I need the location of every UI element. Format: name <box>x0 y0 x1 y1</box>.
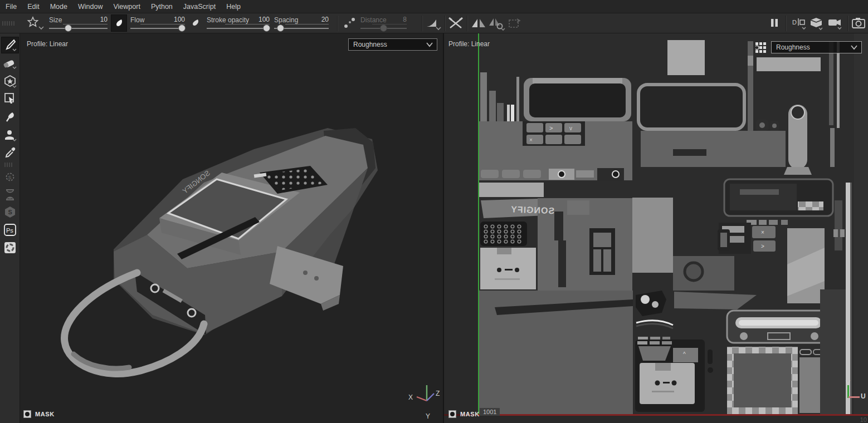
menu-window[interactable]: Window <box>78 1 103 13</box>
eraser-tool[interactable] <box>1 55 19 72</box>
size-value[interactable]: 10 <box>63 16 108 24</box>
uv-gizmo-u-axis <box>849 396 860 398</box>
3d-model-canvas[interactable]: SONGIFY <box>20 33 443 423</box>
size-label: Size <box>49 16 62 24</box>
photoshop-tool[interactable]: Ps <box>1 222 19 238</box>
right-profile-label: Profile: Linear <box>448 40 490 48</box>
flow-tip-icon[interactable] <box>191 18 201 29</box>
right-channel-value: Roughness <box>776 43 850 51</box>
menu-file[interactable]: File <box>6 1 17 13</box>
spacing-value[interactable]: 20 <box>285 16 329 24</box>
camera-view-button[interactable] <box>827 17 845 31</box>
menu-viewport[interactable]: Viewport <box>113 1 140 13</box>
right-channel-dropdown[interactable]: Roughness <box>771 41 862 53</box>
uv-hatch-caret-glyph: ^ <box>683 351 686 357</box>
distance-slider <box>360 24 407 32</box>
right-mask-tag[interactable]: MASK <box>448 410 480 418</box>
sidebar-grip <box>4 163 12 167</box>
uv-key-down-glyph: v <box>569 125 572 131</box>
left-channel-value: Roughness <box>353 41 426 48</box>
marquee-select-tool[interactable] <box>1 90 19 107</box>
projection-cube-button[interactable] <box>809 17 826 31</box>
eyedropper-tool[interactable] <box>1 144 19 161</box>
flow-slider[interactable] <box>130 24 185 32</box>
size-slider[interactable] <box>49 24 108 32</box>
svg-text:D: D <box>792 19 797 26</box>
hourglass-tool[interactable] <box>1 186 19 203</box>
brush-toolbar: Size 10 Flow 100 Stroke opacity 100 Spac… <box>0 13 868 33</box>
stroke-opacity-slider[interactable] <box>207 24 270 32</box>
3d-viewport[interactable]: Profile: Linear Roughness <box>20 33 443 423</box>
uv-btn-right-glyph: > <box>761 243 764 249</box>
menu-edit[interactable]: Edit <box>27 1 40 13</box>
u-axis-line <box>478 414 868 416</box>
uv-btn-x-glyph: × <box>761 229 764 235</box>
udim-label: 1001 <box>480 408 500 416</box>
left-mask-label: MASK <box>35 411 55 417</box>
axis-u-label: U <box>861 392 866 400</box>
axis-v-label: V <box>846 379 850 387</box>
menu-python[interactable]: Python <box>151 1 173 13</box>
mask-icon <box>448 410 456 418</box>
brush-shape-picker[interactable] <box>26 16 45 31</box>
svg-text:SONGIFY: SONGIFY <box>510 204 555 215</box>
blur-smudge-tool[interactable] <box>1 109 19 125</box>
paint-tool[interactable] <box>1 37 19 53</box>
clone-stamp-tool[interactable] <box>1 127 19 144</box>
menu-mode[interactable]: Mode <box>50 1 67 13</box>
transform-paint-button <box>507 17 521 29</box>
pause-button[interactable] <box>769 18 779 28</box>
chevron-down-icon <box>850 45 858 50</box>
left-mask-tag[interactable]: MASK <box>23 410 55 418</box>
axis-z-label: Z <box>436 390 440 397</box>
paint-through-tool[interactable] <box>1 73 19 90</box>
udim-grid-icon[interactable] <box>755 42 766 53</box>
falloff-curve-button[interactable] <box>425 17 442 31</box>
photoshop-label: Ps <box>6 227 13 234</box>
brush-tip-preview[interactable] <box>111 14 127 32</box>
display-mode-button[interactable]: D <box>791 17 808 31</box>
menu-bar: File Edit Mode Window Viewport Python Ja… <box>0 0 868 13</box>
svg-text:S: S <box>8 175 12 180</box>
mirror-settings-button[interactable] <box>488 17 507 32</box>
substance-tool[interactable]: S <box>1 204 19 220</box>
toolbar-grip[interactable] <box>2 21 14 26</box>
axis-x-label: X <box>408 394 413 401</box>
ring-tool[interactable] <box>1 239 19 256</box>
svg-text:S: S <box>8 209 12 215</box>
v-axis-line <box>478 33 479 416</box>
flow-value[interactable]: 100 <box>140 16 185 24</box>
axis-y-label: Y <box>426 412 430 420</box>
crossed-brushes-button[interactable] <box>448 17 464 29</box>
snapshot-camera-button[interactable] <box>851 17 866 30</box>
right-mask-label: MASK <box>460 411 480 417</box>
udim-partial-label: 10 <box>860 416 867 423</box>
uv-brand-text: SONGIFY <box>510 204 555 215</box>
chevron-down-icon <box>426 42 433 47</box>
left-channel-dropdown[interactable]: Roughness <box>348 38 437 51</box>
device-model: SONGIFY <box>65 128 378 373</box>
mask-icon <box>23 410 31 418</box>
uv-texture-canvas[interactable]: SONGIFY > v × × > ^ <box>478 33 868 416</box>
tool-sidebar: S S Ps <box>0 33 20 423</box>
menu-javascript[interactable]: JavaScript <box>183 1 216 13</box>
menu-help[interactable]: Help <box>226 1 241 13</box>
uv-key-x-glyph: × <box>529 137 533 143</box>
spacing-slider[interactable] <box>274 24 329 32</box>
stroke-opacity-value[interactable]: 100 <box>225 16 270 24</box>
distance-value: 8 <box>372 16 407 24</box>
left-profile-label: Profile: Linear <box>27 40 68 48</box>
gear-tool[interactable]: S <box>1 169 19 185</box>
mirror-button[interactable] <box>471 17 486 29</box>
uv-key-right-glyph: > <box>549 125 553 131</box>
uv-viewport[interactable]: SONGIFY > v × × > ^ Profile: Linear Roug… <box>444 33 868 423</box>
spacing-dots-icon <box>342 17 357 30</box>
